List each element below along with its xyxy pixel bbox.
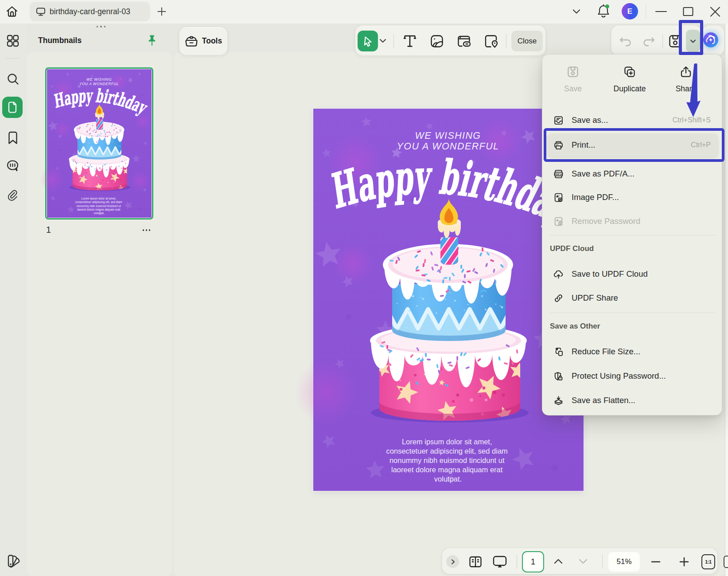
annotation-highlight-chevron: [679, 20, 703, 55]
window-minimize-button[interactable]: [655, 4, 667, 19]
menu-item-label: Save to UPDF Cloud: [572, 269, 711, 279]
zoom-level-value: 51%: [616, 557, 631, 566]
next-page-chevron-down[interactable]: [576, 556, 590, 567]
menu-item-save-as-flatten[interactable]: Save as Flatten...: [547, 389, 718, 412]
tools-button-label: Tools: [202, 36, 222, 46]
svg-text:PDF/A: PDF/A: [555, 173, 563, 176]
menu-item-save-to-updf-cloud[interactable]: Save to UPDF Cloud: [547, 263, 718, 286]
thumbnail-page-number: 1: [46, 225, 51, 235]
save-floppy-icon: [566, 65, 580, 78]
menu-quick-save: Save: [546, 65, 600, 94]
grid-apps-icon[interactable]: [5, 33, 20, 48]
title-bar: birthday-card-genral-03 E: [0, 0, 728, 24]
text-tool-icon[interactable]: [402, 33, 418, 49]
bookmark-icon[interactable]: [5, 130, 20, 145]
sidebar-item-thumbnails-active[interactable]: [2, 97, 23, 118]
card-heading-line1: WE WISHING: [415, 130, 481, 141]
page-thumbnail[interactable]: [45, 67, 153, 219]
previous-page-chevron-up[interactable]: [552, 556, 565, 567]
bottombar-divider: [602, 555, 603, 569]
presentation-mode-icon[interactable]: [492, 554, 508, 570]
toolbox-icon: [185, 35, 198, 48]
window-close-button[interactable]: [709, 4, 721, 19]
menu-item-protect-using-password[interactable]: Protect Using Password...: [547, 364, 718, 388]
tab-title: birthday-card-genral-03: [50, 7, 130, 16]
document-tab[interactable]: birthday-card-genral-03: [30, 2, 150, 21]
left-sidebar: [0, 24, 26, 576]
menu-item-image-pdf[interactable]: Image PDF...: [547, 186, 718, 209]
page-location-tool-icon[interactable]: [483, 33, 499, 49]
avatar[interactable]: E: [622, 3, 638, 20]
menu-quick-label: Save: [564, 84, 582, 94]
home-button[interactable]: [4, 4, 19, 19]
menu-section-header: Save as Other: [550, 322, 600, 331]
two-page-view-icon[interactable]: [467, 554, 483, 570]
zoom-level-input[interactable]: 51%: [608, 552, 640, 572]
image-tool-icon[interactable]: [429, 33, 445, 49]
actual-size-label: 1:1: [705, 559, 711, 564]
undo-icon[interactable]: [618, 33, 634, 49]
notifications-bell-icon[interactable]: [596, 4, 611, 19]
select-tool-button[interactable]: [358, 31, 378, 51]
actual-size-button[interactable]: 1:1: [701, 554, 715, 569]
menu-separator: [549, 235, 716, 235]
menu-item-label: Save as Flatten...: [572, 396, 711, 405]
comments-icon[interactable]: [5, 158, 20, 173]
menu-quick-label: Duplicate: [614, 84, 646, 94]
menu-item-label: Save as...: [572, 115, 665, 125]
toolbar-divider: [506, 34, 506, 48]
menu-item-label: Protect Using Password...: [572, 371, 711, 381]
current-page-input[interactable]: 1: [522, 551, 544, 572]
pdfa-icon: PDF/A: [553, 168, 564, 180]
monitor-icon: [36, 7, 46, 16]
save-as-icon: [553, 115, 564, 126]
menu-quick-duplicate[interactable]: Duplicate: [603, 65, 656, 94]
toolbar-divider: [662, 34, 663, 48]
menu-item-remove-password[interactable]: Remove Password: [547, 210, 718, 233]
attachment-paperclip-icon[interactable]: [5, 188, 20, 203]
window-maximize-button[interactable]: [682, 4, 694, 19]
editing-toolbar: Close: [355, 25, 546, 56]
annotation-highlight-print: [544, 128, 724, 162]
flatten-icon: [553, 395, 564, 406]
shield-lock-icon: [553, 371, 564, 382]
annotation-arrow-down: [683, 63, 705, 119]
menu-item-pdfa[interactable]: PDF/A Save as PDF/A...: [547, 162, 718, 185]
notification-dot: [605, 4, 609, 8]
select-tool-chevron-icon[interactable]: [378, 37, 387, 45]
search-icon[interactable]: [5, 71, 20, 86]
remove-password-icon: [553, 216, 564, 227]
link-tool-icon[interactable]: [456, 33, 472, 49]
menu-item-updf-share[interactable]: UPDF Share: [547, 286, 718, 310]
pin-icon[interactable]: [147, 34, 157, 47]
cloud-up-icon: [553, 269, 564, 280]
menu-item-reduce-file-size[interactable]: Reduce File Size...: [547, 340, 718, 363]
titlebar-divider: [646, 5, 646, 18]
menu-item-label: Reduce File Size...: [572, 347, 711, 357]
bottombar-divider: [517, 555, 517, 569]
thumbnails-panel-title: Thumbnails: [38, 36, 82, 45]
reduce-icon: [553, 346, 564, 357]
tools-button[interactable]: Tools: [179, 27, 228, 55]
color-swatches-icon[interactable]: [5, 553, 20, 568]
close-button-label: Close: [518, 37, 537, 46]
redo-icon[interactable]: [641, 33, 657, 49]
sidebar-divider: [6, 58, 20, 59]
current-page-value: 1: [531, 557, 535, 567]
thumbnail-more-button[interactable]: [143, 228, 154, 232]
menu-item-label: Image PDF...: [572, 192, 711, 202]
expand-chevron-right-icon[interactable]: [446, 555, 459, 568]
menu-section-header: UPDF Cloud: [550, 244, 594, 253]
zoom-out-minus-icon[interactable]: [650, 556, 662, 567]
menu-item-label: Save as PDF/A...: [572, 169, 711, 179]
titlebar-chevron-down-icon[interactable]: [571, 8, 582, 16]
panel-resize-handle[interactable]: [93, 26, 109, 29]
toolbar-divider: [393, 34, 394, 48]
collapsed-right-panel[interactable]: [725, 24, 728, 576]
page-navigation-bar: 1 51% 1:1: [442, 548, 718, 574]
menu-item-label: UPDF Share: [572, 293, 711, 303]
ai-assistant-logo-icon[interactable]: [703, 32, 718, 47]
zoom-in-plus-icon[interactable]: [678, 556, 690, 567]
add-tab-button[interactable]: [156, 6, 167, 17]
close-button[interactable]: Close: [511, 31, 543, 51]
